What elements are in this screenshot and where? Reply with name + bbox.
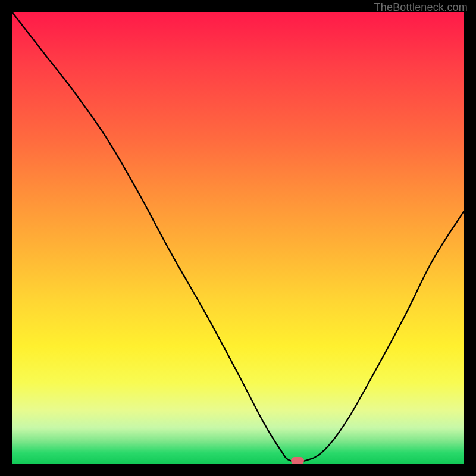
plot-area <box>12 12 464 464</box>
bottleneck-curve <box>12 12 464 464</box>
chart-container: TheBottleneck.com <box>0 0 476 476</box>
optimal-point-marker <box>291 457 304 464</box>
watermark-text: TheBottleneck.com <box>374 1 468 14</box>
